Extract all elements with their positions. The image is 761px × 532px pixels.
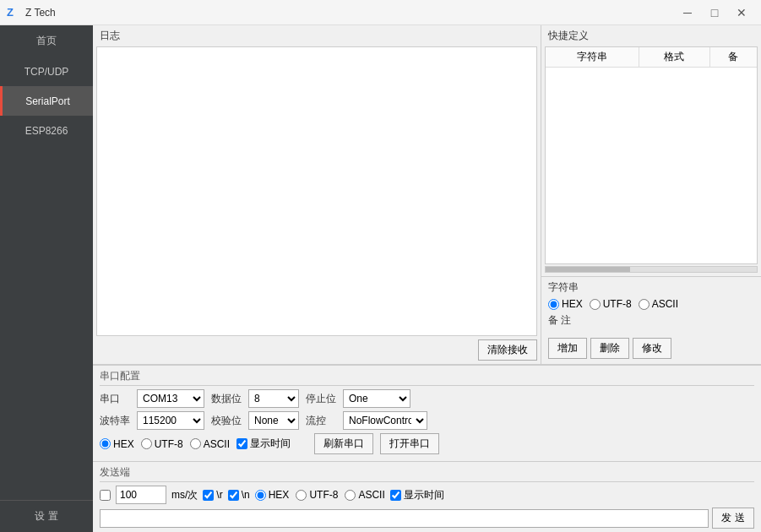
config-encoding-group: HEX UTF-8 ASCII xyxy=(100,438,230,450)
send-section: 发送端 ms/次 \r \n HE xyxy=(93,461,761,532)
top-section: 日志 清除接收 快捷定义 字符串 格式 xyxy=(93,25,761,364)
add-button[interactable]: 增加 xyxy=(548,338,587,359)
send-row2: 发 送 xyxy=(100,508,754,529)
send-hex-option[interactable]: HEX xyxy=(255,489,290,501)
log-header: 日志 xyxy=(93,25,541,46)
sidebar-item-home[interactable]: 首页 xyxy=(0,25,93,57)
open-port-button[interactable]: 打开串口 xyxy=(380,433,439,454)
sidebar-settings[interactable]: 设 置 xyxy=(0,500,93,532)
config-header: 串口配置 xyxy=(100,369,754,386)
col-string: 字符串 xyxy=(546,47,639,68)
clear-receive-button[interactable]: 清除接收 xyxy=(478,339,537,361)
app-icon: Z xyxy=(7,6,20,19)
char-section-title: 字符串 xyxy=(548,280,754,295)
send-lf-checkbox[interactable]: \n xyxy=(228,489,250,501)
quick-scrollbar[interactable] xyxy=(545,266,758,273)
config-section: 串口配置 串口 COM13 数据位 8 停止位 One 波特率 11520 xyxy=(93,364,761,461)
log-footer: 清除接收 xyxy=(93,336,541,364)
title-bar-controls: ─ □ ✕ xyxy=(675,3,754,23)
char-hex-option[interactable]: HEX xyxy=(548,298,583,310)
sidebar-item-serialport[interactable]: SerialPort xyxy=(0,86,93,116)
send-encoding-group: HEX UTF-8 ASCII xyxy=(255,489,385,501)
sidebar-item-esp8266[interactable]: ESP8266 xyxy=(0,116,93,145)
flow-control-select[interactable]: NoFlowControl xyxy=(343,411,427,430)
col-note: 备 xyxy=(709,47,757,68)
sidebar: 首页 TCP/UDP SerialPort ESP8266 设 置 xyxy=(0,25,93,532)
content-area: 日志 清除接收 快捷定义 字符串 格式 xyxy=(93,25,761,532)
quick-panel-header: 快捷定义 xyxy=(541,25,761,46)
col-format: 格式 xyxy=(639,47,709,68)
main-container: 首页 TCP/UDP SerialPort ESP8266 设 置 日志 清除 xyxy=(0,25,761,532)
close-button[interactable]: ✕ xyxy=(729,3,754,23)
minimize-button[interactable]: ─ xyxy=(675,3,700,23)
config-row3: HEX UTF-8 ASCII 显示时间 刷新串口 打开串口 xyxy=(100,433,754,454)
data-bits-select[interactable]: 8 xyxy=(248,389,299,408)
title-bar-text: Z Tech xyxy=(25,7,675,19)
config-ascii-option[interactable]: ASCII xyxy=(190,438,230,450)
note-label: 备 注 xyxy=(548,313,571,328)
baud-rate-label: 波特率 xyxy=(100,414,130,428)
send-timer-unit: ms/次 xyxy=(171,488,198,502)
baud-rate-select[interactable]: 115200 xyxy=(137,411,204,430)
quick-panel: 快捷定义 字符串 格式 备 xyxy=(541,25,761,364)
note-row: 备 注 xyxy=(548,313,754,328)
char-section: 字符串 HEX UTF-8 xyxy=(541,276,761,334)
send-text-input[interactable] xyxy=(100,509,709,528)
send-button[interactable]: 发 送 xyxy=(712,508,754,529)
flow-control-label: 流控 xyxy=(306,414,336,428)
port-label: 串口 xyxy=(100,392,130,406)
log-panel: 日志 清除接收 xyxy=(93,25,541,364)
send-cr-checkbox[interactable]: \r xyxy=(203,489,222,501)
config-row2: 波特率 115200 校验位 None 流控 NoFlowControl xyxy=(100,411,754,430)
config-timestamp-option[interactable]: 显示时间 xyxy=(236,437,291,451)
data-bits-label: 数据位 xyxy=(211,392,242,406)
parity-select[interactable]: None xyxy=(248,411,299,430)
parity-label: 校验位 xyxy=(211,414,242,428)
stop-bits-label: 停止位 xyxy=(306,392,336,406)
log-body[interactable] xyxy=(96,46,537,336)
config-row1: 串口 COM13 数据位 8 停止位 One xyxy=(100,389,754,408)
quick-buttons: 增加 删除 修改 xyxy=(541,334,761,364)
char-encoding-row: HEX UTF-8 ASCII xyxy=(548,298,754,310)
config-utf8-option[interactable]: UTF-8 xyxy=(141,438,183,450)
quick-table: 字符串 格式 备 xyxy=(546,47,757,68)
send-timer-input[interactable] xyxy=(116,486,166,504)
maximize-button[interactable]: □ xyxy=(702,3,727,23)
char-ascii-option[interactable]: ASCII xyxy=(639,298,678,310)
char-utf8-option[interactable]: UTF-8 xyxy=(590,298,632,310)
quick-table-container: 字符串 格式 备 xyxy=(545,46,758,264)
send-timer-checkbox[interactable] xyxy=(100,490,111,501)
send-ascii-option[interactable]: ASCII xyxy=(345,489,384,501)
send-utf8-option[interactable]: UTF-8 xyxy=(296,489,338,501)
char-encoding-group: HEX UTF-8 ASCII xyxy=(548,298,678,310)
send-header: 发送端 xyxy=(100,465,754,482)
send-timestamp-checkbox[interactable]: 显示时间 xyxy=(390,488,444,502)
edit-button[interactable]: 修改 xyxy=(633,338,671,359)
send-row1: ms/次 \r \n HEX UTF-8 xyxy=(100,486,754,504)
title-bar: Z Z Tech ─ □ ✕ xyxy=(0,0,761,25)
stop-bits-select[interactable]: One xyxy=(343,389,410,408)
port-select[interactable]: COM13 xyxy=(137,389,204,408)
delete-button[interactable]: 删除 xyxy=(590,338,629,359)
quick-scrollbar-thumb xyxy=(546,267,630,272)
config-hex-option[interactable]: HEX xyxy=(100,438,134,450)
sidebar-item-tcpudp[interactable]: TCP/UDP xyxy=(0,57,93,86)
refresh-port-button[interactable]: 刷新串口 xyxy=(314,433,373,454)
